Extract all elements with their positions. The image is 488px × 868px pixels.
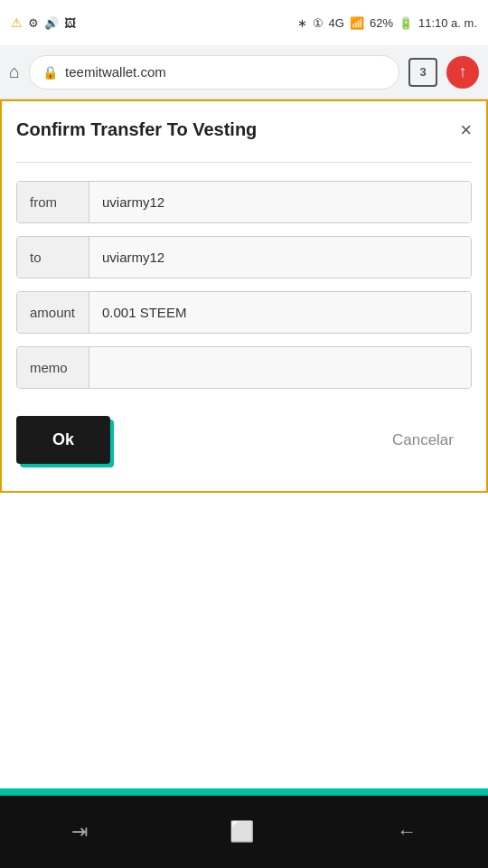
status-bar: ⚠ ⚙ 🔊 🖼 ∗ ① 4G 📶 62% 🔋 11:10 a. m. bbox=[0, 0, 488, 45]
home-button[interactable]: ⌂ bbox=[9, 61, 20, 82]
battery-label: 62% bbox=[370, 16, 393, 30]
tab-button[interactable]: 3 bbox=[408, 58, 437, 87]
close-button[interactable]: × bbox=[460, 120, 472, 140]
modal: Confirm Transfer To Vesting × from uviar… bbox=[2, 101, 486, 491]
bluetooth-icon: ∗ bbox=[297, 16, 307, 30]
upload-button[interactable]: ↑ bbox=[446, 56, 479, 89]
battery-icon: 🔋 bbox=[399, 16, 413, 30]
to-label: to bbox=[17, 237, 89, 278]
teal-bar bbox=[0, 788, 488, 796]
url-bar[interactable]: 🔒 teemitwallet.com bbox=[29, 55, 399, 90]
to-row: to uviarmy12 bbox=[16, 236, 472, 278]
from-value: uviarmy12 bbox=[89, 182, 471, 222]
url-text: teemitwallet.com bbox=[65, 64, 166, 80]
modal-header: Confirm Transfer To Vesting × bbox=[16, 119, 472, 140]
cancel-button[interactable]: Cancelar bbox=[392, 431, 472, 449]
warning-icon: ⚠ bbox=[11, 15, 23, 30]
from-row: from uviarmy12 bbox=[16, 181, 472, 223]
audio-icon: 🔊 bbox=[44, 16, 59, 30]
modal-title: Confirm Transfer To Vesting bbox=[16, 119, 257, 140]
forward-nav-icon[interactable]: ← bbox=[397, 820, 417, 844]
memo-value[interactable] bbox=[89, 347, 471, 388]
button-row: Ok Cancelar bbox=[16, 416, 472, 464]
divider bbox=[16, 162, 472, 163]
status-right: ∗ ① 4G 📶 62% 🔋 11:10 a. m. bbox=[297, 16, 477, 30]
network-label: 4G bbox=[329, 16, 344, 30]
browser-bar: ⌂ 🔒 teemitwallet.com 3 ↑ bbox=[0, 45, 488, 99]
memo-label: memo bbox=[17, 347, 89, 388]
amount-value: 0.001 STEEM bbox=[89, 292, 471, 333]
memo-row: memo bbox=[16, 346, 472, 389]
nav-bar: ⇥ ⬜ ← bbox=[0, 796, 488, 868]
sim-icon: ① bbox=[313, 16, 324, 30]
status-left: ⚠ ⚙ 🔊 🖼 bbox=[11, 15, 76, 30]
time-label: 11:10 a. m. bbox=[418, 16, 477, 30]
ok-button[interactable]: Ok bbox=[16, 416, 110, 464]
home-nav-icon[interactable]: ⬜ bbox=[230, 820, 254, 844]
from-label: from bbox=[17, 182, 89, 222]
lock-icon: 🔒 bbox=[42, 65, 58, 80]
amount-label: amount bbox=[17, 292, 89, 333]
signal-icon: 📶 bbox=[350, 16, 364, 30]
page-content: Confirm Transfer To Vesting × from uviar… bbox=[0, 99, 488, 493]
settings-icon: ⚙ bbox=[28, 16, 39, 30]
to-value: uviarmy12 bbox=[89, 237, 471, 278]
image-icon: 🖼 bbox=[64, 16, 76, 30]
back-nav-icon[interactable]: ⇥ bbox=[71, 820, 88, 844]
amount-row: amount 0.001 STEEM bbox=[16, 291, 472, 334]
